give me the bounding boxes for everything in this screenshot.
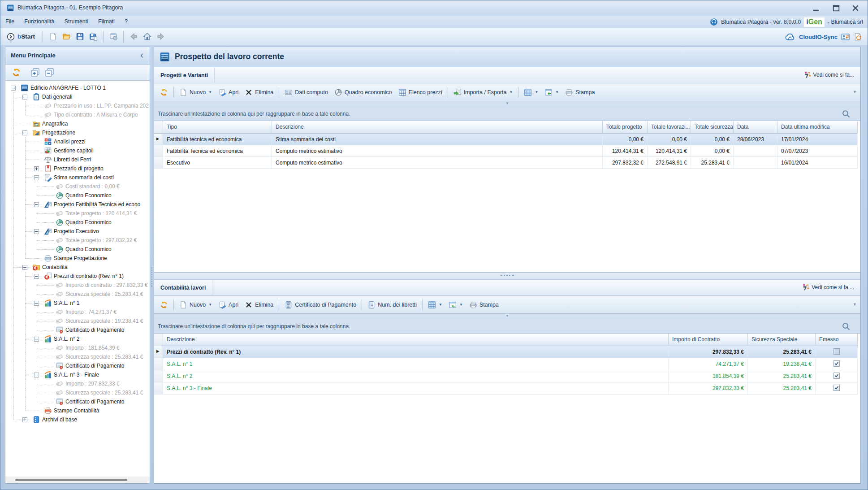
toolbar-overflow-button[interactable]: ▼ bbox=[853, 90, 857, 94]
tree-item[interactable]: Certificato di Pagamento bbox=[5, 397, 150, 406]
tree-item[interactable]: Certificato di Pagamento bbox=[5, 361, 150, 370]
tree-item[interactable]: €Contabilità bbox=[5, 263, 150, 272]
toolbar-button-nuovo[interactable]: Nuovo▼ bbox=[176, 299, 215, 310]
tree-expand-box[interactable] bbox=[22, 417, 27, 422]
tree-item[interactable]: Progettazione bbox=[5, 128, 150, 137]
tree-item[interactable]: Totale progetto : 120.414,31 € bbox=[5, 209, 150, 218]
grid-row[interactable]: S.A.L. n° 3 - Finale297.832,33 €25.283,4… bbox=[154, 382, 858, 395]
window-settings-button[interactable] bbox=[108, 31, 119, 42]
tree-expand-box[interactable] bbox=[34, 166, 39, 171]
tree-item[interactable]: Progetto Fattibilità Tecnica ed econo bbox=[5, 200, 150, 209]
toolbar-button-elimina[interactable]: Elimina bbox=[242, 299, 276, 310]
tree-item[interactable]: Costi standard : 0,00 € bbox=[5, 182, 150, 191]
tree-item[interactable]: S.A.L. n° 1 bbox=[5, 299, 150, 308]
menu-filmati[interactable]: Filmati bbox=[93, 16, 120, 25]
tree-item[interactable]: Edificio ANAGRAFE - LOTTO 1 bbox=[5, 83, 150, 92]
column-header-emesso[interactable]: Emesso bbox=[816, 334, 858, 346]
toolbar-button-refresh[interactable] bbox=[157, 87, 171, 98]
tree-item[interactable]: Importo : 74.271,37 € bbox=[5, 308, 150, 317]
tree-collapse-box[interactable] bbox=[22, 95, 27, 100]
tree-item[interactable]: €Prezzi di contratto (Rev. n° 1) bbox=[5, 272, 150, 281]
tree-refresh-button[interactable] bbox=[12, 68, 21, 77]
toolbar-button-stampa[interactable]: Stampa bbox=[466, 299, 502, 310]
sidebar-collapse-button[interactable] bbox=[139, 52, 145, 59]
menu-file[interactable]: File bbox=[0, 16, 19, 25]
menu-funzionalit[interactable]: Funzionalità bbox=[19, 16, 59, 25]
tree-item[interactable]: Progetto Esecutivo bbox=[5, 227, 150, 236]
column-header-importo-di-contratto[interactable]: Importo di Contratto bbox=[669, 334, 748, 346]
cloudio-sync-label[interactable]: CloudIO-Sync bbox=[799, 34, 838, 40]
checkbox-checked[interactable] bbox=[833, 385, 840, 391]
tree-collapse-box[interactable] bbox=[34, 301, 39, 306]
toolbar-button-column-view[interactable]: ▼ bbox=[541, 87, 562, 98]
tree-item[interactable]: Certificato di Pagamento bbox=[5, 325, 150, 334]
tree-item[interactable]: Quadro Economico bbox=[5, 191, 150, 200]
grid-row[interactable]: S.A.L. n° 174.271,37 €19.238,41 € bbox=[154, 358, 858, 370]
help-link-1[interactable]: Vedi come si fa... bbox=[803, 71, 854, 78]
toolbar-overflow-button[interactable]: ▼ bbox=[853, 302, 857, 307]
toolbar-button-quadro-economico[interactable]: Quadro economico bbox=[331, 87, 395, 98]
help-link-2[interactable]: Vedi come si fa ... bbox=[802, 283, 854, 291]
tree-collapse-box[interactable] bbox=[11, 86, 16, 91]
expand-all-button[interactable] bbox=[30, 68, 40, 77]
tree-item[interactable]: Importo : 181.854,39 € bbox=[5, 343, 150, 352]
tree-collapse-box[interactable] bbox=[22, 130, 27, 135]
tree-collapse-box[interactable] bbox=[34, 337, 39, 342]
tree-item[interactable]: Anagrafica bbox=[5, 119, 150, 128]
column-header-totale-sicurezza[interactable]: Totale sicurezza bbox=[691, 121, 734, 134]
toolbar-button-elimina[interactable]: Elimina bbox=[242, 87, 276, 98]
tree-item[interactable]: Archivi di base bbox=[5, 415, 150, 424]
toolbar-button-grid-view[interactable]: ▼ bbox=[521, 87, 541, 98]
tree-item[interactable]: Sicurezza speciale : 19.238,41 € bbox=[5, 317, 150, 325]
search-icon-1[interactable] bbox=[842, 109, 851, 118]
user-sync-icon[interactable] bbox=[841, 32, 850, 41]
horizontal-splitter[interactable] bbox=[154, 272, 860, 280]
close-button[interactable] bbox=[849, 4, 862, 13]
panel2-groupby-row[interactable]: Trascinare un'intestazione di colonna qu… bbox=[154, 320, 860, 334]
bstart-button[interactable]: bStart bbox=[6, 33, 39, 41]
column-header-totale-lavorazi-[interactable]: Totale lavorazi... bbox=[648, 121, 691, 134]
open-button[interactable] bbox=[60, 31, 72, 42]
toolbar-button-stampa[interactable]: Stampa bbox=[562, 87, 598, 98]
tree-collapse-box[interactable] bbox=[34, 202, 39, 207]
tree-item[interactable]: Quadro Economico bbox=[5, 245, 150, 254]
checkbox-checked[interactable] bbox=[833, 373, 840, 379]
column-header-totale-progetto[interactable]: Totale progetto bbox=[603, 121, 648, 134]
checkbox-unchecked[interactable] bbox=[833, 348, 840, 355]
toolbar-button-apri[interactable]: Apri bbox=[215, 299, 242, 310]
tree-item[interactable]: Libretti dei Ferri bbox=[5, 155, 150, 164]
tree-item[interactable]: Stampe Progettazione bbox=[5, 254, 150, 263]
toolbar-button-column-view[interactable]: ▼ bbox=[445, 299, 466, 310]
tree-item[interactable]: Sicurezza speciale : 25.283,41 € bbox=[5, 352, 150, 361]
toolbar-button-apri[interactable]: Apri bbox=[215, 87, 242, 98]
tree-collapse-box[interactable] bbox=[34, 373, 39, 377]
tree-collapse-box[interactable] bbox=[22, 265, 27, 270]
tree-item[interactable]: S.A.L. n° 3 - Finale bbox=[5, 370, 150, 379]
tree-item[interactable]: Prezzario in uso : LL.PP. Campania 202 bbox=[5, 101, 150, 110]
toolbar-button-num-dei-libretti[interactable]: Num. dei libretti bbox=[364, 299, 420, 310]
menu-?[interactable]: ? bbox=[120, 16, 133, 25]
toolbar-button-grid-view[interactable]: ▼ bbox=[425, 299, 445, 310]
tree-collapse-box[interactable] bbox=[34, 229, 39, 234]
toolbar-button-nuovo[interactable]: Nuovo▼ bbox=[176, 87, 215, 98]
grid-row[interactable]: S.A.L. n° 2181.854,39 €25.283,41 € bbox=[154, 370, 858, 382]
minimize-button[interactable] bbox=[809, 4, 823, 13]
tree-item[interactable]: Totale progetto : 297.832,32 € bbox=[5, 236, 150, 245]
nav-back-button[interactable] bbox=[128, 31, 139, 42]
column-header-data-ultima-modifica[interactable]: Data ultima modifica bbox=[777, 121, 858, 134]
tree-item[interactable]: Sicurezza speciale : 25.283,41 € bbox=[5, 388, 150, 397]
tab-contabilita-lavori[interactable]: Contabilità lavori bbox=[154, 280, 212, 295]
toolbar-button-certificato-di-pagamento[interactable]: Certificato di Pagamento bbox=[281, 299, 359, 310]
collapse-all-button[interactable] bbox=[45, 68, 54, 77]
save-as-button[interactable] bbox=[87, 31, 99, 42]
column-header-sicurezza-speciale[interactable]: Sicurezza Speciale bbox=[748, 334, 816, 346]
grid-row[interactable]: EsecutivoComputo metrico estimativo297.8… bbox=[154, 157, 858, 169]
tree-item[interactable]: Stima sommaria dei costi bbox=[5, 173, 150, 182]
sidebar-splitter[interactable] bbox=[150, 47, 154, 484]
tree-item[interactable]: Quadro Economico bbox=[5, 218, 150, 227]
tree-item[interactable]: Tipo di contratto : A Misura e Corpo bbox=[5, 110, 150, 119]
new-file-button[interactable] bbox=[47, 31, 59, 42]
save-button[interactable] bbox=[74, 31, 86, 42]
tab-progetti-e-varianti[interactable]: Progetti e Varianti bbox=[154, 67, 215, 83]
doc-sync-icon[interactable] bbox=[854, 32, 862, 41]
